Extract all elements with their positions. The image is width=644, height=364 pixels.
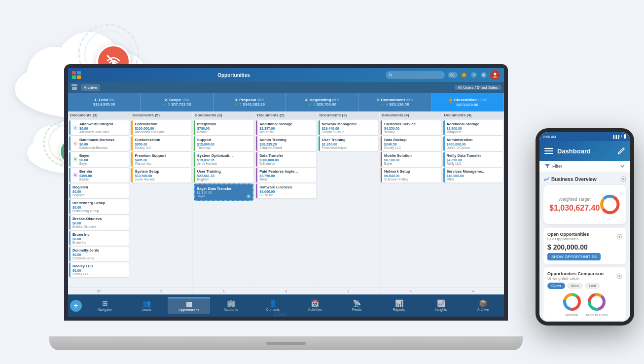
- col-closed-count: 4: [380, 288, 441, 294]
- kanban-col-proposal-header: Documents (3): [193, 111, 254, 119]
- kanban-card-data-transfer[interactable]: Data Transfer $300,000.00 Williamson: [256, 152, 316, 167]
- nav-insights[interactable]: 📈 Insights: [420, 298, 462, 313]
- kanban-card-altenwerth[interactable]: A Altenwerth Integrat… $0.00 Altenwerth …: [69, 120, 129, 135]
- weighted-target-label: Weighted Target: [549, 197, 600, 202]
- nav-add-button[interactable]: +: [70, 300, 82, 312]
- kanban-col-negotiating-header: Documents (2): [255, 111, 317, 119]
- kanban-card-services-mgmt[interactable]: Services Manageme… $18,000.00 Miller: [443, 168, 503, 182]
- stage-proposal[interactable]: 3. Proposal 30% 5 $343,382.29: [214, 93, 286, 111]
- kanban-card-network-setup[interactable]: Network Setup $6,840.00 Schmeier-Flatley: [381, 168, 440, 182]
- nav-activities[interactable]: 📅 Activities: [294, 298, 336, 313]
- stage-commitment[interactable]: 5. Commitment 90% 4 $20,136.58: [358, 93, 431, 111]
- kanban-card-premium-support[interactable]: Premium Support $495.00 Wunsch Inc: [131, 152, 191, 167]
- users-filter[interactable]: All Users / Direct Sales: [455, 85, 501, 90]
- nav-archive[interactable]: 📦 Archive: [462, 298, 504, 313]
- stage-lead[interactable]: 1. Lead 5% $114,995.00: [68, 93, 141, 111]
- nav-leads[interactable]: 👥 Leads: [126, 298, 168, 313]
- kanban-card-additional-storage[interactable]: Additional Storage $2,397.00 McKenzie: [256, 120, 316, 135]
- phone-content: Business Overview Weighted Target $1,030…: [539, 172, 630, 322]
- filter-chevron-icon: [619, 163, 625, 169]
- kanban-cards-scope: Consultation $100,000.00 Altenwerth and …: [130, 119, 192, 288]
- nav-navigator-label: Navigator: [98, 308, 112, 311]
- filter-icon[interactable]: [544, 163, 550, 169]
- phone-status-bar: 8:00 AM ▐▐▐ ⌇ ▊: [539, 132, 630, 141]
- tab-lost[interactable]: Lost: [585, 283, 600, 289]
- kanban-card-data-backup[interactable]: Data Backup $246.58 Dooley LLC: [381, 136, 440, 151]
- kanban-card-baumbach[interactable]: B Baumbach-Barrows $0.00 Baumbach-Barrow…: [69, 136, 129, 151]
- kanban-card-user-training-2[interactable]: User Training $1,260.00 Powlowski-Hayes: [319, 136, 378, 151]
- svg-rect-29: [544, 148, 553, 149]
- kanban-card-bruen[interactable]: Bruen Inc $0.00 Bruen Inc: [69, 231, 129, 246]
- kanban-board: Documents (3) A Altenwerth Integrat… $0.…: [68, 111, 504, 294]
- business-settings-icon[interactable]: [620, 176, 626, 182]
- kanban-card-customer-service[interactable]: Customer Service $4,350.00 Wlodky: [381, 120, 440, 135]
- kanban-card-bernier[interactable]: B Bernier $495.00 Bernier: [69, 168, 129, 182]
- opp-comparison-settings-icon[interactable]: [616, 273, 622, 279]
- phone-title: Dashboard: [557, 147, 613, 155]
- tab-open[interactable]: Open: [547, 283, 565, 289]
- kanban-col-lead: Documents (3) A Altenwerth Integrat… $0.…: [68, 111, 130, 294]
- open-opp-amount: $ 200,000.00: [547, 243, 622, 251]
- tab-won[interactable]: Won: [567, 283, 583, 289]
- stage-closed-won-amount: $473,660.00: [457, 103, 479, 107]
- kanban-card-integration[interactable]: Integration $790.00 Bernier: [194, 120, 253, 135]
- kanban-card-administration[interactable]: Administration $400,000.00 Ullrich-O'Con…: [443, 136, 503, 151]
- kanban-card-reilly-transfer[interactable]: Reilly Data Transfer $4,290.00 Reilly LL…: [443, 152, 503, 167]
- kanban-card-breitenberg[interactable]: Breitenberg Group $0.00 Breitenberg Grou…: [69, 199, 129, 214]
- nav-contacts-icon: 👤: [269, 300, 277, 307]
- kanban-card-network-mgmt[interactable]: Network Manageme… $19,440.00 Schaden Gro…: [319, 120, 378, 135]
- kanban-card-bayer[interactable]: B Bayer $0.00 Bayer: [69, 152, 129, 167]
- kanban-card-brekke[interactable]: Brekke-Okuneva $0.00 Brekke-Okuneva: [69, 215, 129, 230]
- stage-lead-name: 1. Lead: [94, 98, 108, 102]
- kanban-card-user-training[interactable]: User Training $22,541.18 Bogisich: [194, 168, 253, 182]
- kanban-card-paid-features[interactable]: Paid Features Imple… $3,750.00 Morar: [256, 168, 316, 182]
- kanban-card-admin-training[interactable]: Admin Training $28,235.29 Schaden-Farrel…: [256, 136, 316, 151]
- svg-rect-17: [72, 75, 76, 79]
- svg-rect-31: [544, 153, 553, 154]
- stage-scope[interactable]: 2. Scope 15% 5 $57,723.53: [141, 93, 213, 111]
- kanban-card-system-setup[interactable]: System Setup $12,500.00 Jerde-Hackett: [131, 168, 191, 182]
- filter-text[interactable]: Filter: [552, 164, 562, 169]
- kanban-card-system-opt[interactable]: System Optimizati… $19,032.35 Jerde Hack…: [194, 152, 253, 167]
- nav-contacts[interactable]: 👤 Contacts: [252, 298, 294, 313]
- open-opp-header: Open Opportunities 812 Opportunities: [547, 232, 622, 241]
- crm-search-box[interactable]: [386, 71, 445, 79]
- opp-comparison-title: Opportunities Comparison: [547, 271, 604, 276]
- stage-closed-won[interactable]: Closed/Won 100% $473,660.00: [431, 93, 504, 111]
- dragging-card-title: Bayer Data Transfer: [197, 186, 250, 191]
- battery-icon: ▊: [624, 135, 626, 139]
- card-altenwerth-amount: $0.00: [79, 127, 117, 130]
- nav-reports[interactable]: 📊 Reports: [378, 298, 420, 313]
- nav-feeds[interactable]: 📡 Feeds: [336, 298, 378, 313]
- nav-activities-icon: 📅: [311, 300, 319, 307]
- crm-toolbar: Archive All Users / Direct Sales: [68, 82, 504, 93]
- stage-proposal-count: 5: [240, 103, 242, 106]
- kanban-card-customization[interactable]: Customization $950.00 Dooley LLC: [131, 136, 191, 151]
- opp-comparison-title-group: Opportunities Comparison Unweighted valu…: [547, 271, 604, 281]
- weighted-target-donut: [600, 191, 620, 218]
- stage-closed-won-pct: 100%: [478, 98, 487, 102]
- dragging-card[interactable]: Bayer Data Transfer $1,150.00 Bayer +: [194, 183, 253, 201]
- phone-menu-icon[interactable]: [544, 147, 553, 154]
- card-altenwerth-company: Altenwerth and Sons: [79, 130, 117, 134]
- kanban-card-software-licences[interactable]: Software Licences $9,000.00 Bruen Inc: [256, 183, 316, 198]
- nav-archive-icon: 📦: [479, 300, 487, 307]
- nav-navigator[interactable]: ⊞ Navigator: [84, 298, 126, 313]
- kanban-card-bogisich[interactable]: Bogisich $0.00 Bogisich: [69, 183, 129, 198]
- kanban-card-mobile-solution[interactable]: Mobile Solution $8,100.00 Bayer: [381, 152, 440, 167]
- kanban-card-add-storage-won[interactable]: Additional Storage $2,900.00 Marquardt: [443, 120, 503, 135]
- kanban-card-support[interactable]: Support $15,000.00 Tremblay: [194, 136, 253, 151]
- archive-button[interactable]: Archive: [81, 84, 100, 91]
- nav-opportunities[interactable]: ▦ Opportunities: [168, 297, 210, 314]
- phone-edit-icon[interactable]: [617, 147, 625, 155]
- kanban-card-consultation[interactable]: Consultation $100,000.00 Altenwerth and …: [131, 120, 191, 135]
- kanban-card-donnelly[interactable]: Donnelly-Jerde $0.00 Donnelly-Jerde: [69, 247, 129, 261]
- show-opportunities-button[interactable]: SHOW OPPORTUNITIES: [547, 253, 601, 260]
- settings-icon: [480, 72, 487, 78]
- stage-negotiating-count: 2: [313, 103, 315, 106]
- stage-negotiating[interactable]: 4. Negotiating 60% 2 $20,700.00: [286, 93, 358, 111]
- open-opp-settings-icon[interactable]: [616, 234, 622, 240]
- kanban-card-dooley[interactable]: Dooley LLC $0.00 Dooley LLC: [69, 262, 129, 277]
- nav-accounts[interactable]: 🏢 Accounts: [210, 298, 252, 313]
- nav-feeds-label: Feeds: [352, 308, 361, 311]
